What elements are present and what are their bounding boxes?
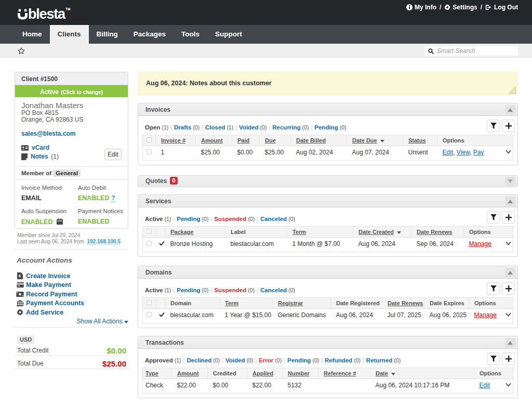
svg-text:$: $ (19, 274, 21, 279)
